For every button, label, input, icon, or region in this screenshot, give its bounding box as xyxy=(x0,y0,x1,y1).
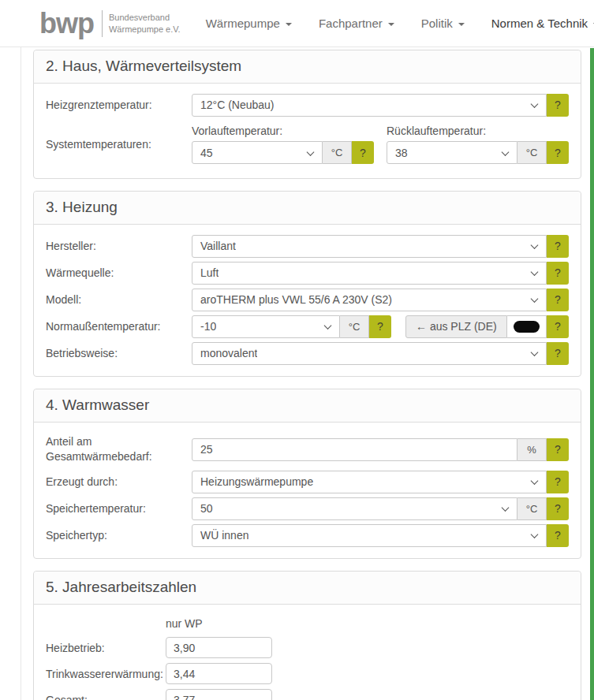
vorlauftemperatur-select[interactable]: 45 xyxy=(192,141,323,164)
anteil-gesamtwaermebedarf-input[interactable] xyxy=(192,438,517,461)
field-label-anteil-gesamtwaermebedarf: Anteil am Gesamtwärmebedarf: xyxy=(46,434,192,464)
nav-item-waermepumpe[interactable]: Wärmepumpe xyxy=(206,17,292,30)
gesamt-input[interactable] xyxy=(166,689,272,700)
chevron-down-icon xyxy=(531,100,539,108)
chevron-down-icon xyxy=(531,241,539,249)
chevron-down-icon xyxy=(531,531,539,538)
bwp-logo-mark: bwp xyxy=(39,9,102,38)
help-button-plz[interactable]: ? xyxy=(547,315,569,338)
chevron-down-icon xyxy=(531,477,539,485)
betriebsweise-select[interactable]: monovalent xyxy=(192,342,547,365)
field-label-hersteller: Hersteller: xyxy=(46,239,192,254)
help-button-anteil[interactable]: ? xyxy=(547,438,569,461)
help-button-betriebsweise[interactable]: ? xyxy=(547,342,569,365)
help-button-erzeugt-durch[interactable]: ? xyxy=(547,471,569,493)
field-label-heizgrenztemperatur: Heizgrenztemperatur: xyxy=(46,98,192,113)
caret-down-icon xyxy=(388,23,394,26)
chevron-down-icon xyxy=(502,148,510,156)
field-label-gesamt: Gesamt: xyxy=(46,694,166,700)
field-label-betriebsweise: Betriebsweise: xyxy=(46,346,192,361)
waermequelle-select[interactable]: Luft xyxy=(192,262,547,285)
unit-addon-celsius: °C xyxy=(517,141,547,164)
caret-down-icon xyxy=(286,23,292,26)
nav-item-normen-technik[interactable]: Normen & Technik xyxy=(491,17,594,30)
field-label-heizbetrieb: Heizbetrieb: xyxy=(46,642,166,654)
field-label-speichertyp: Speichertyp: xyxy=(46,528,192,543)
selected-value: aroTHERM plus VWL 55/6 A 230V (S2) xyxy=(200,293,392,306)
field-label-trinkwassererwaermung: Trinkwassererwärmung: xyxy=(46,668,166,680)
logo-divider xyxy=(102,10,103,37)
ruecklauftemperatur-select[interactable]: 38 xyxy=(387,141,517,164)
field-label-waermequelle: Wärmequelle: xyxy=(46,266,192,281)
nav-item-politik[interactable]: Politik xyxy=(421,17,465,30)
help-button-heizgrenztemperatur[interactable]: ? xyxy=(547,94,569,117)
field-label-normaussentemperatur: Normaußentemperatur: xyxy=(46,319,192,334)
unit-addon-celsius: °C xyxy=(340,315,369,338)
chevron-down-icon xyxy=(531,295,539,303)
chevron-down-icon xyxy=(531,268,539,276)
hersteller-select[interactable]: Vaillant xyxy=(192,235,547,258)
bwp-logo[interactable]: bwp Bundesverband Wärmepumpe e.V. xyxy=(39,9,181,38)
section-warmwasser: 4. Warmwasser Anteil am Gesamtwärmebedar… xyxy=(33,389,581,559)
nav-label: Normen & Technik xyxy=(491,17,588,30)
unit-addon-celsius: °C xyxy=(517,497,547,520)
help-button-hersteller[interactable]: ? xyxy=(547,235,569,258)
caret-down-icon xyxy=(458,23,465,26)
logo-org-line2: Wärmepumpe e.V. xyxy=(109,24,181,35)
chevron-down-icon xyxy=(307,148,315,156)
nav-label: Politik xyxy=(421,17,453,30)
modell-select[interactable]: aroTHERM plus VWL 55/6 A 230V (S2) xyxy=(192,289,547,311)
field-label-systemtemperaturen: Systemtemperaturen: xyxy=(46,137,192,152)
selected-value: monovalent xyxy=(200,347,257,359)
speichertyp-select[interactable]: WÜ innen xyxy=(192,524,547,547)
heizbetrieb-input[interactable] xyxy=(166,637,272,658)
nav-label: Fachpartner xyxy=(319,17,383,30)
erzeugt-durch-select[interactable]: Heizungswärmepumpe xyxy=(192,471,547,493)
section-jahresarbeitszahlen: 5. Jahresarbeitszahlen nur WP Heizbetrie… xyxy=(33,571,581,700)
plz-redacted-value xyxy=(514,321,540,333)
section-title: 5. Jahresarbeitszahlen xyxy=(34,572,581,605)
main-nav: Wärmepumpe Fachpartner Politik Normen & … xyxy=(206,17,594,30)
help-button-modell[interactable]: ? xyxy=(547,289,569,311)
logo-org-line1: Bundesverband xyxy=(109,12,181,24)
plz-lookup-group: ← aus PLZ (DE) ? xyxy=(405,315,569,338)
field-label-erzeugt-durch: Erzeugt durch: xyxy=(46,475,192,490)
speichertemperatur-select[interactable]: 50 xyxy=(192,497,517,520)
chevron-down-icon xyxy=(324,322,332,330)
section-heizung: 3. Heizung Hersteller: Vaillant ? Wärmeq… xyxy=(33,191,581,377)
normaussentemperatur-select[interactable]: -10 xyxy=(192,315,340,338)
field-label-speichertemperatur: Speichertemperatur: xyxy=(46,501,192,516)
heizgrenztemperatur-select[interactable]: 12°C (Neubau) xyxy=(192,94,547,117)
content-left-border xyxy=(21,47,21,700)
section-title: 4. Warmwasser xyxy=(34,389,581,423)
column-header-nur-wp: nur WP xyxy=(166,617,569,630)
logo-org-name: Bundesverband Wärmepumpe e.V. xyxy=(109,12,181,35)
help-button-ruecklauftemperatur[interactable]: ? xyxy=(547,141,569,164)
help-button-speichertyp[interactable]: ? xyxy=(547,524,569,547)
plz-addon-label: ← aus PLZ (DE) xyxy=(405,315,507,338)
plz-input[interactable] xyxy=(507,315,547,338)
section-title: 2. Haus, Wärmeverteilsystem xyxy=(34,50,581,84)
field-label-ruecklauftemperatur: Rücklauftemperatur: xyxy=(387,125,569,137)
trinkwassererwaermung-input[interactable] xyxy=(166,663,272,684)
unit-addon-celsius: °C xyxy=(323,141,352,164)
selected-value: 45 xyxy=(200,147,213,159)
help-button-normaussentemperatur[interactable]: ? xyxy=(369,315,391,338)
help-button-vorlauftemperatur[interactable]: ? xyxy=(352,141,374,164)
unit-addon-percent: % xyxy=(517,438,547,461)
field-label-vorlauftemperatur: Vorlauftemperatur: xyxy=(192,125,374,137)
selected-value: Heizungswärmepumpe xyxy=(200,475,313,488)
help-button-waermequelle[interactable]: ? xyxy=(547,262,569,285)
selected-value: WÜ innen xyxy=(200,529,248,542)
jaz-calculator-form: 2. Haus, Wärmeverteilsystem Heizgrenztem… xyxy=(0,47,594,700)
chevron-down-icon xyxy=(502,504,510,512)
help-button-speichertemperatur[interactable]: ? xyxy=(547,497,569,520)
section-haus-waermeverteilsystem: 2. Haus, Wärmeverteilsystem Heizgrenztem… xyxy=(33,50,581,179)
nav-item-fachpartner[interactable]: Fachpartner xyxy=(319,17,394,30)
chevron-down-icon xyxy=(531,348,539,356)
selected-value: -10 xyxy=(200,320,216,333)
scrollbar[interactable] xyxy=(590,48,594,700)
selected-value: 12°C (Neubau) xyxy=(200,99,275,111)
selected-value: Luft xyxy=(200,266,219,279)
nav-label: Wärmepumpe xyxy=(206,17,280,30)
